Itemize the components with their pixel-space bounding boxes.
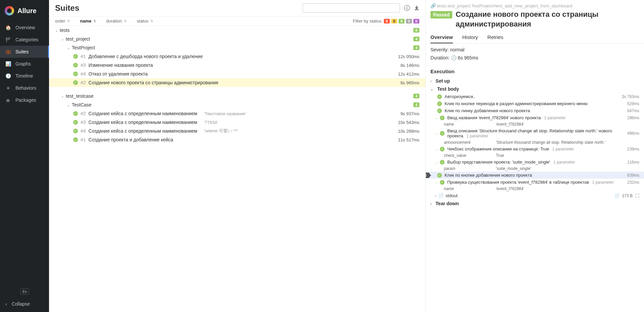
col-duration[interactable]: duration⇅ bbox=[106, 18, 127, 24]
list-icon: ≡ bbox=[5, 85, 11, 91]
filter-skipped[interactable]: 0 bbox=[406, 19, 412, 24]
tree-test[interactable]: ✓#3Изменение названия проекта8s 146ms bbox=[49, 61, 425, 70]
tree-group[interactable]: ⌄test_testcase4 bbox=[49, 92, 425, 100]
info-icon[interactable]: ⓘ bbox=[404, 4, 410, 12]
nav-item-overview[interactable]: 🏠Overview bbox=[0, 21, 49, 34]
tree-test[interactable]: ✓#3Создание кейса с определенным наимено… bbox=[49, 118, 425, 127]
col-order[interactable]: order⇅ bbox=[55, 18, 70, 24]
step-row[interactable]: ⌄✓Проверка существования проекта 'event_… bbox=[430, 179, 639, 186]
tree-group[interactable]: ⌄TestCase4 bbox=[49, 100, 425, 109]
chevron-down-icon: ⌄ bbox=[61, 37, 64, 41]
count-badge: 4 bbox=[413, 94, 419, 98]
passed-icon: ✓ bbox=[73, 120, 78, 125]
sort-icon: ⇅ bbox=[93, 19, 96, 23]
file-icon: 📄 bbox=[614, 193, 619, 198]
chevron-right-icon: › bbox=[430, 79, 431, 83]
passed-icon: ✓ bbox=[437, 94, 442, 99]
chevron-left-icon: ‹ bbox=[5, 301, 7, 307]
tree-group[interactable]: ⌄TestProject4 bbox=[49, 43, 425, 52]
step-row[interactable]: ⌄✓Ввод названия 'event_f782984' нового п… bbox=[430, 114, 639, 121]
chevron-right-icon: › bbox=[430, 202, 431, 206]
col-status[interactable]: status⇅ bbox=[137, 18, 153, 24]
metadata: Severity: normal Duration: 🕓 6s 965ms bbox=[426, 44, 644, 63]
passed-icon: ✓ bbox=[73, 129, 78, 133]
col-name[interactable]: name⇅ bbox=[80, 18, 96, 24]
nav-item-categories[interactable]: 🏴Categories bbox=[0, 34, 49, 46]
breadcrumb: 🔗 tests.test_project.TestProject#test_ad… bbox=[426, 0, 644, 10]
column-headers: order⇅ name⇅ duration⇅ status⇅ Filter by… bbox=[49, 16, 425, 26]
passed-icon: ✓ bbox=[437, 173, 442, 178]
tree-test[interactable]: ✓#4Отказ от удаления проекта12s 412ms bbox=[49, 70, 425, 78]
chevron-down-icon: ⌄ bbox=[67, 46, 70, 50]
step-row[interactable]: ⌄✓Выбор представления проекта: 'suite_mo… bbox=[430, 159, 639, 166]
step-row[interactable]: Passed✓Клик по кнопке добавления нового … bbox=[426, 172, 644, 179]
passed-icon: ✓ bbox=[73, 54, 78, 59]
filter-passed[interactable]: 8 bbox=[399, 19, 405, 24]
step-parameter: announcement'Structure thousand change a… bbox=[430, 139, 639, 145]
status-tooltip: Passed bbox=[426, 173, 429, 178]
count-badge: 4 bbox=[413, 45, 419, 50]
step-row[interactable]: ⌄✓Чекбокс отображения описания на страни… bbox=[430, 145, 639, 152]
link-icon[interactable]: 🔗 bbox=[430, 3, 436, 8]
step-parameter: name'event_f782984' bbox=[430, 121, 639, 127]
passed-icon: ✓ bbox=[440, 160, 445, 165]
passed-icon: ✓ bbox=[440, 147, 445, 151]
step-row[interactable]: ⌄✓Ввод описания 'Structure thousand chan… bbox=[430, 127, 639, 139]
chevron-icon: ⌄ bbox=[435, 147, 438, 151]
sort-icon: ⇅ bbox=[124, 19, 127, 23]
nav-item-packages[interactable]: ≣Packages bbox=[0, 94, 49, 106]
tab-overview[interactable]: Overview bbox=[430, 32, 453, 43]
step-row[interactable]: ✓Клик по линку добавления нового проекта… bbox=[430, 107, 639, 114]
sidebar-bottom: En ‹ Collapse bbox=[0, 285, 49, 312]
language-selector[interactable]: En bbox=[20, 288, 29, 295]
download-icon[interactable] bbox=[414, 5, 419, 11]
passed-icon: ✓ bbox=[73, 63, 78, 68]
tree-test[interactable]: ✓#1Добавление с дешборда нового проекта … bbox=[49, 52, 425, 61]
severity-row: Severity: normal bbox=[430, 47, 639, 52]
nav-item-behaviors[interactable]: ≡Behaviors bbox=[0, 82, 49, 94]
tree-test[interactable]: ✓#1Создание проекта и добавление кейса11… bbox=[49, 135, 425, 144]
step-row[interactable]: ✓Клик по кнопке перехода в раздел админи… bbox=[430, 100, 639, 107]
filter-label: Filter by status: bbox=[353, 18, 382, 24]
collapse-sidebar[interactable]: ‹ Collapse bbox=[5, 299, 44, 309]
sort-icon: ⇅ bbox=[67, 19, 70, 23]
nav: 🏠Overview🏴Categories💼Suites📊Graphs🕓Timel… bbox=[0, 21, 49, 285]
detail-header: Passed Создание нового проекта со страни… bbox=[426, 10, 644, 32]
setup-section[interactable]: › Set up bbox=[430, 77, 639, 85]
allure-logo-icon bbox=[5, 6, 14, 15]
passed-icon: ✓ bbox=[73, 137, 78, 142]
attachment-row[interactable]: › 📄 stdout 📄 173 B ⛶ bbox=[430, 192, 639, 199]
filter-unknown[interactable]: 0 bbox=[413, 19, 419, 24]
tree-group[interactable]: ⌄test_project4 bbox=[49, 35, 425, 43]
step-parameter: name'event_f782984' bbox=[430, 186, 639, 192]
search-input[interactable] bbox=[303, 3, 400, 13]
count-badge: 8 bbox=[413, 28, 419, 33]
tree-test[interactable]: ✓#2Создание нового проекта со страницы а… bbox=[49, 78, 425, 87]
teardown-section[interactable]: › Tear down bbox=[430, 199, 639, 208]
duration-row: Duration: 🕓 6s 965ms bbox=[430, 55, 639, 60]
tab-history[interactable]: History bbox=[462, 32, 478, 43]
chevron-right-icon: › bbox=[435, 194, 436, 197]
nav-item-timeline[interactable]: 🕓Timeline bbox=[0, 70, 49, 82]
app-name: Allure bbox=[17, 7, 37, 15]
chevron-icon: ⌄ bbox=[435, 180, 438, 184]
testbody-section[interactable]: ⌄ Test body bbox=[430, 85, 639, 93]
nav-item-suites[interactable]: 💼Suites bbox=[0, 46, 49, 58]
tree-group[interactable]: ⌄tests8 bbox=[49, 26, 425, 35]
nav-item-graphs[interactable]: 📊Graphs bbox=[0, 58, 49, 70]
step-row[interactable]: ✓Авторизуемся..3s 763ms bbox=[430, 93, 639, 100]
tree-test[interactable]: ✓#2Создание кейса с определенным наимено… bbox=[49, 109, 425, 118]
test-title: Создание нового проекта со страницы адми… bbox=[456, 10, 639, 29]
briefcase-icon: 💼 bbox=[5, 49, 11, 54]
filter-broken[interactable]: 0 bbox=[391, 19, 397, 24]
expand-icon[interactable]: ⛶ bbox=[635, 193, 639, 198]
status-filter: Filter by status: 0 0 8 0 0 bbox=[353, 18, 419, 24]
filter-failed[interactable]: 0 bbox=[384, 19, 390, 24]
tab-retries[interactable]: Retries bbox=[487, 32, 503, 43]
logo[interactable]: Allure bbox=[0, 0, 49, 21]
chart-icon: 📊 bbox=[5, 61, 11, 66]
tree-test[interactable]: ✓#4Создание кейса с определенным наимено… bbox=[49, 127, 425, 135]
chevron-icon: ⌄ bbox=[435, 116, 438, 120]
chevron-down-icon: ⌄ bbox=[61, 94, 64, 98]
count-badge: 4 bbox=[413, 102, 419, 107]
